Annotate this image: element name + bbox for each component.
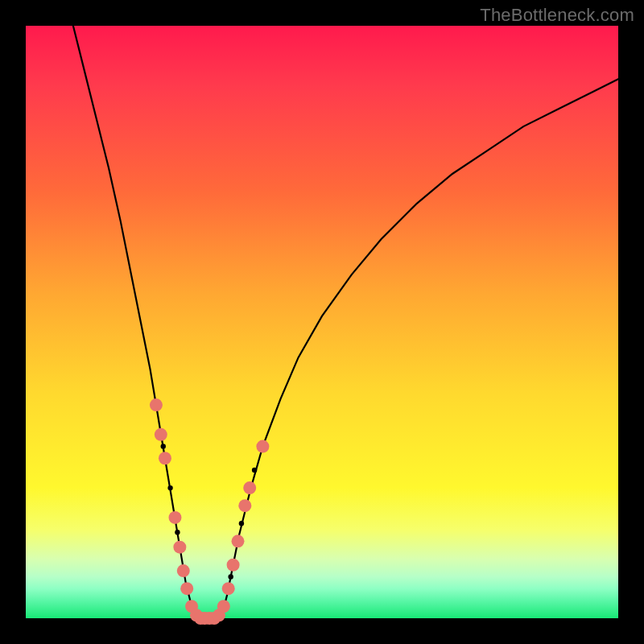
bottleneck-curve [73,26,618,618]
data-point [238,499,251,512]
data-point [150,398,163,411]
data-point [227,559,240,572]
data-point [177,564,190,577]
data-point [155,428,167,441]
data-point-minor [161,444,166,448]
data-point [180,582,193,595]
watermark-text: TheBottleneck.com [480,5,634,26]
data-point-minor [175,530,180,535]
data-point [222,582,235,595]
data-point-minor [228,574,233,579]
data-point [243,481,256,494]
data-point [159,452,171,464]
data-point [256,440,269,453]
data-point [217,600,230,613]
chart-svg [26,26,618,618]
data-point [168,511,181,524]
data-point-minor [252,468,257,473]
data-point [231,535,244,547]
data-point-minor [239,521,244,526]
data-point [173,541,186,554]
data-point-minor [167,485,172,490]
chart-frame [26,26,618,618]
